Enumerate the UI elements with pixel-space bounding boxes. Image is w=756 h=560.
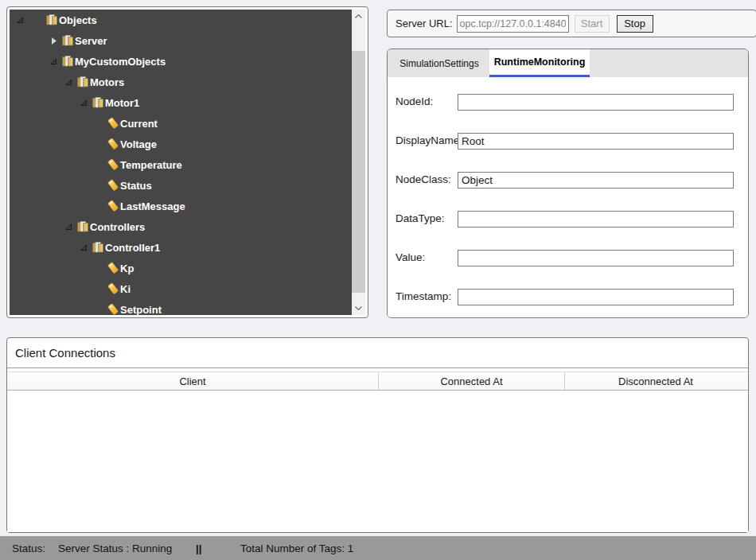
tree-item-current[interactable]: Current	[10, 113, 352, 134]
tree-item-label: Controller1	[105, 242, 160, 254]
tab-runtimemonitoring[interactable]: RuntimeMonitoring	[489, 49, 590, 77]
field-label: DataType:	[396, 212, 445, 224]
expander-expanded-icon[interactable]	[49, 56, 58, 66]
tab-simulationsettings[interactable]: SimulationSettings	[389, 49, 489, 77]
tree-item-label: Controllers	[90, 221, 145, 233]
connections-table-body	[7, 391, 748, 532]
tag-icon	[107, 179, 119, 192]
expander-expanded-icon[interactable]	[79, 243, 88, 252]
tree-item-mycustomobjects[interactable]: MyCustomObjects	[10, 51, 352, 72]
folder-icon	[45, 14, 58, 26]
stop-button[interactable]: Stop	[617, 15, 653, 33]
nodeclass-input[interactable]	[458, 172, 734, 189]
server-url-bar: Server URL: Start Stop	[387, 10, 756, 37]
tree-item-motor1[interactable]: Motor1	[10, 92, 352, 113]
address-space-tree: ObjectsServerMyCustomObjectsMotorsMotor1…	[10, 10, 352, 315]
field-label: NodeClass:	[396, 173, 451, 185]
tree-item-label: LastMessage	[120, 200, 185, 212]
server-url-input[interactable]	[457, 15, 569, 33]
expander-expanded-icon[interactable]	[15, 15, 25, 25]
field-label: Value:	[396, 251, 425, 263]
tree-item-kp[interactable]: Kp	[10, 258, 352, 278]
nodeid-input[interactable]	[458, 94, 734, 111]
node-details-panel: SimulationSettingsRuntimeMonitoring Node…	[387, 49, 749, 318]
tree-item-label: Temperature	[120, 159, 182, 171]
status-label: Status:	[12, 542, 45, 554]
folder-icon	[61, 55, 74, 68]
expander-collapsed-icon[interactable]	[49, 36, 58, 45]
divider	[7, 368, 748, 368]
tree-item-label: Kp	[120, 262, 134, 274]
tag-icon	[107, 282, 119, 296]
tree-item-label: Objects	[59, 14, 97, 26]
value-input[interactable]	[458, 250, 734, 266]
field-label: Timestamp:	[396, 290, 451, 302]
tree-item-ki[interactable]: Ki	[10, 278, 352, 299]
tag-icon	[107, 200, 119, 213]
tree-item-label: Motor1	[105, 97, 139, 109]
column-header-connected-at[interactable]: Connected At	[379, 372, 565, 390]
tag-icon	[107, 303, 119, 316]
tree-scrollbar[interactable]	[352, 10, 365, 315]
expander-expanded-icon[interactable]	[64, 77, 73, 87]
server-url-label: Server URL:	[396, 18, 453, 29]
tag-icon	[107, 138, 119, 151]
tree-item-temperature[interactable]: Temperature	[10, 154, 352, 175]
tree-item-voltage[interactable]: Voltage	[10, 134, 352, 154]
folder-icon	[92, 96, 104, 109]
displayname-input[interactable]	[458, 133, 734, 150]
tree-item-status[interactable]: Status	[10, 175, 352, 196]
tree-item-motors[interactable]: Motors	[10, 72, 352, 92]
node-details-form: NodeId:DisplayName:NodeClass:DataType:Va…	[388, 77, 748, 317]
scrollbar-down-icon[interactable]	[352, 301, 365, 315]
folder-icon	[76, 220, 89, 233]
tree-item-label: Server	[75, 35, 107, 47]
tree-item-lastmessage[interactable]: LastMessage	[10, 196, 352, 216]
server-status-text: Server Status : Running	[58, 542, 172, 554]
tree-item-server[interactable]: Server	[10, 30, 352, 51]
scrollbar-thumb[interactable]	[352, 51, 365, 293]
tree-item-label: Setpoint	[120, 304, 162, 316]
tag-icon	[107, 117, 119, 130]
tree-item-objects[interactable]: Objects	[10, 10, 352, 30]
client-connections-panel: Client Connections ClientConnected AtDis…	[6, 337, 749, 533]
tag-icon	[107, 158, 119, 172]
tree-item-label: Voltage	[120, 138, 157, 150]
datatype-input[interactable]	[458, 211, 734, 228]
tree-item-label: Current	[120, 118, 158, 130]
status-separator: ||	[196, 542, 202, 554]
tree-item-label: Motors	[90, 76, 124, 88]
tab-strip: SimulationSettingsRuntimeMonitoring	[388, 49, 748, 77]
tag-icon	[107, 262, 119, 275]
tree-item-label: MyCustomObjects	[75, 56, 166, 68]
timestamp-input[interactable]	[458, 289, 734, 305]
address-space-tree-panel: ObjectsServerMyCustomObjectsMotorsMotor1…	[6, 6, 368, 318]
tree-item-controllers[interactable]: Controllers	[10, 216, 352, 237]
column-header-disconnected-at[interactable]: Disconnected At	[565, 372, 746, 390]
status-bar: Status: Server Status : Running || Total…	[0, 536, 756, 560]
client-connections-title: Client Connections	[15, 346, 115, 360]
tree-item-setpoint[interactable]: Setpoint	[10, 299, 352, 315]
tree-item-label: Status	[120, 180, 152, 192]
field-label: NodeId:	[396, 95, 433, 107]
expander-expanded-icon[interactable]	[79, 98, 88, 107]
tags-count-text: Total Number of Tags: 1	[240, 542, 353, 554]
tree-item-label: Ki	[120, 283, 131, 295]
scrollbar-up-icon[interactable]	[352, 10, 365, 23]
connections-table-header: ClientConnected AtDisconnected At	[7, 371, 748, 391]
folder-icon	[76, 76, 89, 88]
field-label: DisplayName:	[396, 134, 462, 146]
start-button[interactable]: Start	[575, 15, 610, 33]
tree-item-controller1[interactable]: Controller1	[10, 237, 352, 258]
folder-icon	[92, 241, 104, 254]
column-header-client[interactable]: Client	[7, 372, 379, 390]
expander-expanded-icon[interactable]	[64, 222, 73, 231]
folder-icon	[61, 34, 74, 47]
